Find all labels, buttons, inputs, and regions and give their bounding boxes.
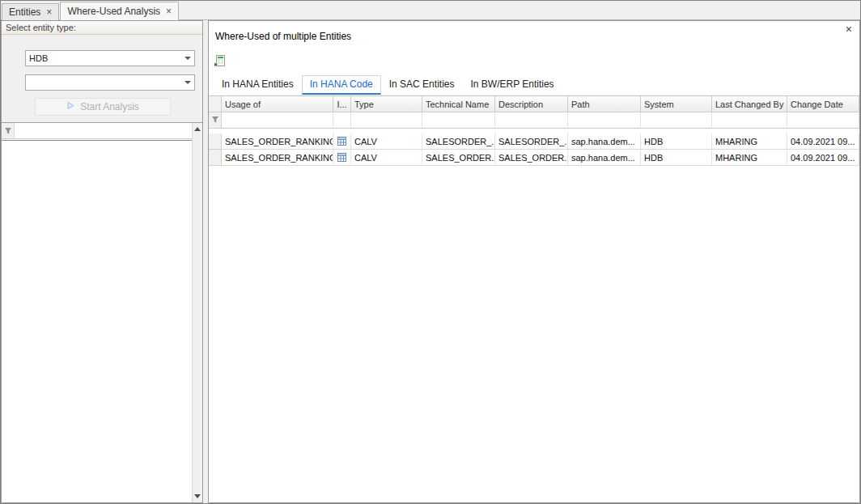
entity-type-dropdown[interactable]: HDB <box>25 50 195 66</box>
entity-tree-list <box>2 122 202 502</box>
select-entity-type-header: Select entity type: <box>2 21 202 35</box>
tab-entities-close-icon[interactable]: × <box>46 8 52 16</box>
filter-cell-change-date[interactable] <box>787 112 859 129</box>
panel-close-icon[interactable]: × <box>846 24 852 34</box>
column-header-description[interactable]: Description <box>495 96 568 112</box>
entity-type-dropdown-value: HDB <box>26 53 181 63</box>
tab-where-used-analysis[interactable]: Where-Used Analysis × <box>60 2 179 20</box>
scroll-up-button[interactable] <box>193 123 202 135</box>
filter-cell-path[interactable] <box>568 112 641 129</box>
column-header-path[interactable]: Path <box>568 96 641 112</box>
row-1-path[interactable]: sap.hana.dem... <box>568 133 641 150</box>
filter-cell-usage-of[interactable] <box>222 112 333 129</box>
row-1-change-date[interactable]: 04.09.2021 09... <box>787 133 859 150</box>
row-1-description[interactable]: SALESORDER_... <box>495 133 568 150</box>
row-1-system[interactable]: HDB <box>641 133 712 150</box>
entity-chevron-down-icon[interactable] <box>181 75 194 90</box>
result-tab-bar: In HANA Entities In HANA Code In SAC Ent… <box>214 75 859 95</box>
filter-cell-description[interactable] <box>495 112 568 129</box>
tab-in-hana-entities[interactable]: In HANA Entities <box>214 75 302 95</box>
scroll-down-button[interactable] <box>193 490 202 502</box>
scrollbar-track[interactable] <box>193 135 202 490</box>
where-used-panel: × Where-Used of multiple Entities <box>208 20 860 503</box>
row-2-usage-of[interactable]: SALES_ORDER_RANKING <box>222 150 333 166</box>
filter-cell-type[interactable] <box>351 112 422 129</box>
column-header-usage-of[interactable]: Usage of <box>222 96 333 112</box>
row-1-type[interactable]: CALV <box>351 133 422 150</box>
column-header-system[interactable]: System <box>641 96 712 112</box>
filter-cell-last-changed-by[interactable] <box>712 112 787 129</box>
chevron-down-icon <box>194 494 201 498</box>
export-excel-button[interactable] <box>214 55 231 70</box>
row-2-change-date[interactable]: 04.09.2021 09... <box>787 150 859 166</box>
grid-header-indicator <box>209 96 222 112</box>
row-2-description[interactable]: SALES_ORDER... <box>495 150 568 166</box>
filter-cell-technical-name[interactable] <box>422 112 495 129</box>
row-1-last-changed-by[interactable]: MHARING <box>712 133 787 150</box>
row-2-last-changed-by[interactable]: MHARING <box>712 150 787 166</box>
tab-where-used-analysis-label: Where-Used Analysis <box>67 6 160 17</box>
filter-cell-icon[interactable] <box>333 112 351 129</box>
column-header-change-date[interactable]: Change Date <box>787 96 859 112</box>
grid-row-2[interactable]: SALES_ORDER_RANKING CALV SALES_ORDER... … <box>209 150 859 166</box>
column-header-technical-name[interactable]: Technical Name <box>422 96 495 112</box>
grid-filter-row <box>209 112 859 129</box>
row-2-system[interactable]: HDB <box>641 150 712 166</box>
filter-cell-system[interactable] <box>641 112 712 129</box>
tab-in-sac-entities[interactable]: In SAC Entities <box>381 75 463 95</box>
entity-tree-list-body <box>2 123 192 502</box>
start-analysis-button[interactable]: Start Analysis <box>35 98 171 116</box>
tree-list-scrollbar[interactable] <box>192 123 202 502</box>
tree-filter-row[interactable] <box>2 123 192 139</box>
app-window: Entities × Where-Used Analysis × Select … <box>0 0 861 504</box>
play-icon <box>66 101 75 112</box>
entity-dropdown[interactable] <box>25 74 195 91</box>
grid-row-1[interactable]: SALES_ORDER_RANKING CALV SALESORDER_... … <box>209 133 859 150</box>
main-area: Select entity type: HDB Start Analysis <box>1 20 860 503</box>
row-2-path[interactable]: sap.hana.dem... <box>568 150 641 166</box>
grid-empty-area <box>209 166 859 502</box>
column-header-last-changed-by[interactable]: Last Changed By <box>712 96 787 112</box>
funnel-icon <box>4 124 12 138</box>
chevron-up-icon <box>194 127 201 131</box>
export-excel-icon <box>214 54 227 70</box>
tab-where-used-analysis-close-icon[interactable]: × <box>166 7 172 15</box>
entity-type-chevron-down-icon[interactable] <box>181 51 194 66</box>
document-tab-bar: Entities × Where-Used Analysis × <box>1 1 860 20</box>
row-1-usage-of[interactable]: SALES_ORDER_RANKING <box>222 133 333 150</box>
column-header-type[interactable]: Type <box>351 96 422 112</box>
tab-in-bw-erp-entities[interactable]: In BW/ERP Entities <box>462 75 562 95</box>
tree-filter-row-indicator <box>2 123 15 139</box>
row-1-indicator <box>209 133 222 150</box>
tab-entities[interactable]: Entities × <box>2 3 59 20</box>
entity-selection-panel: Select entity type: HDB Start Analysis <box>1 20 203 503</box>
tab-entities-label: Entities <box>9 6 40 18</box>
tree-list-empty-area <box>2 141 192 502</box>
funnel-icon <box>211 116 219 125</box>
start-analysis-label: Start Analysis <box>80 101 139 112</box>
row-1-technical-name[interactable]: SALESORDER_... <box>422 133 495 150</box>
tab-in-hana-code[interactable]: In HANA Code <box>302 75 381 95</box>
row-2-table-icon <box>333 150 351 166</box>
grid-filter-indicator <box>209 112 222 129</box>
row-1-table-icon <box>333 133 351 150</box>
grid-header-row: Usage of I... Type Technical Name Descri… <box>209 96 859 112</box>
row-2-technical-name[interactable]: SALES_ORDER... <box>422 150 495 166</box>
column-header-icon[interactable]: I... <box>333 96 351 112</box>
row-2-type[interactable]: CALV <box>351 150 422 166</box>
results-grid: Usage of I... Type Technical Name Descri… <box>209 95 859 166</box>
tree-filter-cell[interactable] <box>15 123 192 139</box>
where-used-title: Where-Used of multiple Entities <box>215 31 859 42</box>
row-2-indicator <box>209 150 222 166</box>
